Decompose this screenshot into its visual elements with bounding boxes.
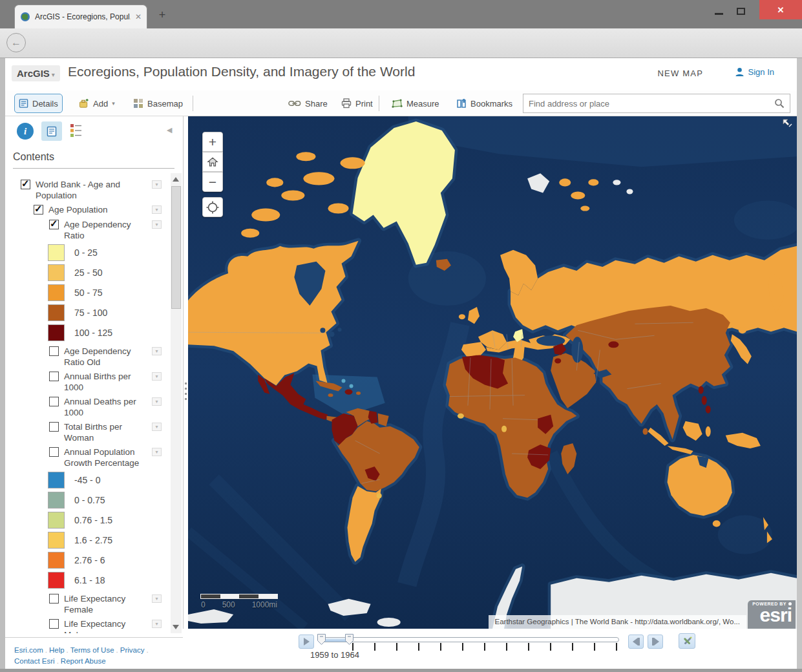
legend-item: 0.76 - 1.5 (5, 513, 171, 529)
time-slider-ticks (352, 643, 618, 651)
zoom-in-button[interactable]: + (202, 132, 223, 152)
legend-item: -45 - 0 (5, 473, 171, 488)
layer-row[interactable]: Age Population▾ (5, 204, 171, 216)
home-extent-button[interactable] (202, 152, 223, 172)
footer-link[interactable]: Esri.com (14, 646, 43, 654)
window-maximize-button[interactable] (737, 8, 745, 15)
layer-menu-button[interactable]: ▾ (152, 397, 162, 406)
sign-in-button[interactable]: Sign In (735, 67, 774, 77)
time-slider-handle-start[interactable] (317, 634, 326, 647)
footer-link[interactable]: Report Abuse (61, 657, 106, 665)
window-close-button[interactable]: ✕ (759, 0, 802, 19)
time-range-label: 1959 to 1964 (310, 650, 359, 660)
layer-row[interactable]: Age Dependency Ratio▾ (5, 219, 171, 241)
layer-checkbox[interactable] (49, 397, 59, 406)
legend-item: 0 - 0.75 (5, 493, 171, 509)
layer-menu-button[interactable]: ▾ (152, 372, 162, 381)
esri-logo[interactable]: POWERED BY esri (748, 600, 796, 629)
layer-menu-button[interactable]: ▾ (152, 180, 162, 189)
layer-menu-button[interactable]: ▾ (152, 347, 162, 355)
layer-row[interactable]: Life Expectancy Male▾ (5, 618, 171, 633)
scroll-thumb[interactable] (171, 186, 181, 309)
scale-label: 0 (201, 600, 206, 609)
legend-item: 50 - 75 (5, 286, 171, 301)
add-caret-icon: ▾ (112, 100, 115, 107)
sidebar-scrollbar[interactable] (171, 173, 182, 633)
new-tab-button[interactable]: + (154, 8, 171, 23)
print-button[interactable]: Print (337, 94, 377, 112)
layer-checkbox[interactable] (49, 422, 59, 432)
tools-icon (682, 636, 693, 647)
layer-checkbox[interactable] (21, 180, 30, 189)
footer-link[interactable]: Contact Esri (14, 657, 55, 665)
step-back-button[interactable] (628, 635, 644, 649)
add-icon (79, 99, 89, 109)
esri-footer-links: Esri.com.Help.Terms of Use.Privacy. Cont… (14, 645, 176, 667)
locate-button[interactable] (202, 197, 223, 217)
zoom-out-button[interactable]: − (202, 172, 223, 192)
find-search-icon[interactable] (774, 98, 785, 109)
layer-checkbox[interactable] (49, 372, 59, 381)
legend-swatch (48, 532, 65, 549)
find-address-box[interactable] (523, 94, 790, 113)
browser-tab[interactable]: ArcGIS - Ecoregions, Popul... ✕ (14, 5, 147, 28)
scroll-down-icon[interactable] (173, 625, 179, 629)
share-button[interactable]: Share (284, 94, 332, 112)
layer-menu-button[interactable]: ▾ (152, 448, 162, 456)
layer-row[interactable]: Annual Births per 1000▾ (5, 371, 171, 393)
step-forward-button[interactable] (648, 635, 663, 649)
panel-resize-handle[interactable] (183, 116, 188, 629)
map-viewport[interactable]: + − 0 500 1000mi Earthstar Geographics |… (188, 116, 797, 629)
layer-menu-button[interactable]: ▾ (152, 594, 162, 603)
layer-checkbox[interactable] (49, 619, 59, 629)
add-button[interactable]: Add▾ (75, 94, 119, 112)
layer-checkbox[interactable] (49, 346, 59, 356)
layer-checkbox[interactable] (49, 447, 59, 457)
scale-label: 500 (222, 600, 235, 609)
expand-arrow-icon[interactable] (783, 119, 793, 132)
layer-menu-button[interactable]: ▾ (152, 220, 162, 229)
layer-checkbox[interactable] (49, 594, 59, 604)
footer-link[interactable]: Help (49, 646, 65, 654)
bookmarks-button[interactable]: Bookmarks (452, 94, 516, 112)
layer-checkbox[interactable] (34, 205, 43, 215)
tab-close-icon[interactable]: ✕ (135, 12, 142, 21)
details-button[interactable]: Details (14, 94, 63, 113)
legend-tab-icon[interactable] (70, 123, 83, 140)
arcgis-brand-menu[interactable]: ArcGIS▾ (12, 65, 60, 81)
content-tab-icon[interactable] (41, 121, 62, 141)
basemap-button[interactable]: Basemap (129, 94, 187, 112)
layer-row[interactable]: Annual Deaths per 1000▾ (5, 396, 171, 418)
layer-row[interactable]: Total Births per Woman▾ (5, 421, 171, 443)
layer-row[interactable]: Life Expectancy Female▾ (5, 593, 171, 615)
time-slider-track[interactable] (318, 637, 619, 642)
measure-button[interactable]: Measure (388, 94, 443, 112)
scroll-up-icon[interactable] (173, 177, 179, 182)
new-map-button[interactable]: NEW MAP (657, 68, 703, 78)
layer-row[interactable]: Age Dependency Ratio Old▾ (5, 346, 171, 368)
time-settings-button[interactable] (679, 633, 695, 649)
back-button[interactable]: ← (6, 33, 26, 52)
browser-titlebar: ArcGIS - Ecoregions, Popul... ✕ + ✕ (0, 0, 802, 28)
collapse-panel-icon[interactable]: ◄ (165, 125, 174, 135)
footer-link[interactable]: Terms of Use (70, 646, 114, 654)
about-tab-icon[interactable]: i (17, 123, 34, 140)
legend-item: 25 - 50 (5, 266, 171, 281)
world-map[interactable] (188, 116, 797, 629)
page-title: Ecoregions, Population Density, and Imag… (68, 64, 415, 79)
window-minimize-button[interactable] (715, 13, 723, 15)
scale-bar: 0 500 1000mi (201, 594, 277, 609)
find-address-input[interactable] (529, 99, 774, 109)
play-button[interactable] (299, 635, 314, 649)
layer-row[interactable]: Annual Population Growth Percentage▾ (5, 446, 171, 468)
layer-row[interactable]: World Bank - Age and Population▾ (5, 179, 171, 201)
layer-tree: World Bank - Age and Population▾ Age Pop… (5, 173, 171, 633)
legend-swatch (48, 572, 65, 589)
footer-link[interactable]: Privacy (120, 646, 145, 654)
layer-menu-button[interactable]: ▾ (152, 205, 162, 214)
layer-menu-button[interactable]: ▾ (152, 620, 162, 628)
layer-checkbox[interactable] (49, 220, 59, 229)
window-frame-bottom (0, 669, 802, 672)
brand-caret-icon: ▾ (52, 71, 55, 78)
layer-menu-button[interactable]: ▾ (152, 423, 162, 431)
